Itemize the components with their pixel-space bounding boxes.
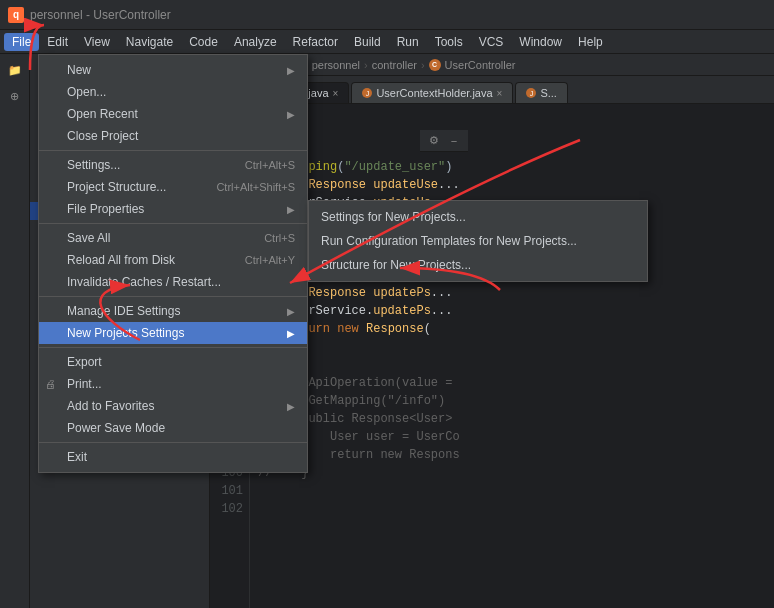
breadcrumb-usercontroller: UserController [445, 59, 516, 71]
file-menu: New ▶ Open... Open Recent ▶ Close Projec… [38, 54, 308, 473]
breadcrumb-class-icon: C [429, 59, 441, 71]
menu-item-label: New Projects Settings [67, 326, 184, 340]
submenu-label: Structure for New Projects... [321, 258, 471, 272]
menu-item-label: Power Save Mode [67, 421, 165, 435]
menu-item-open[interactable]: Open... [39, 81, 307, 103]
new-projects-submenu: Settings for New Projects... Run Configu… [308, 200, 648, 282]
menu-separator [39, 150, 307, 151]
menu-build[interactable]: Build [346, 33, 389, 51]
app-icon: q [8, 7, 24, 23]
submenu-arrow-icon: ▶ [287, 65, 295, 76]
menu-item-project-structure[interactable]: Project Structure... Ctrl+Alt+Shift+S [39, 176, 307, 198]
menu-navigate[interactable]: Navigate [118, 33, 181, 51]
menu-item-label: Open... [67, 85, 106, 99]
title-text: personnel - UserController [30, 8, 171, 22]
project-icon[interactable]: 📁 [3, 58, 27, 82]
menu-item-file-properties[interactable]: File Properties ▶ [39, 198, 307, 220]
menu-vcs[interactable]: VCS [471, 33, 512, 51]
menu-shortcut: Ctrl+Alt+Y [245, 254, 295, 266]
menu-item-save-all[interactable]: Save All Ctrl+S [39, 227, 307, 249]
menu-item-label: Open Recent [67, 107, 138, 121]
menu-item-exit[interactable]: Exit [39, 446, 307, 468]
tab-close-icon[interactable]: × [497, 88, 503, 99]
menu-item-label: Export [67, 355, 102, 369]
menu-bar: File Edit View Navigate Code Analyze Ref… [0, 30, 774, 54]
submenu-label: Run Configuration Templates for New Proj… [321, 234, 577, 248]
tab-s[interactable]: J S... [515, 82, 568, 103]
menu-item-label: Reload All from Disk [67, 253, 175, 267]
menu-item-settings[interactable]: Settings... Ctrl+Alt+S [39, 154, 307, 176]
submenu-arrow-icon: ▶ [287, 328, 295, 339]
menu-run[interactable]: Run [389, 33, 427, 51]
menu-item-label: Manage IDE Settings [67, 304, 180, 318]
submenu-item-run-config[interactable]: Run Configuration Templates for New Proj… [309, 229, 647, 253]
commit-icon[interactable]: ⊕ [3, 84, 27, 108]
tab-close-icon[interactable]: × [333, 88, 339, 99]
menu-item-print[interactable]: 🖨 Print... [39, 373, 307, 395]
menu-item-new[interactable]: New ▶ [39, 59, 307, 81]
menu-item-label: Save All [67, 231, 110, 245]
submenu-item-settings-new[interactable]: Settings for New Projects... [309, 205, 647, 229]
editor-toolbar: ⚙ − [420, 130, 468, 152]
menu-item-power-save[interactable]: Power Save Mode [39, 417, 307, 439]
menu-separator [39, 347, 307, 348]
menu-item-manage-ide[interactable]: Manage IDE Settings ▶ [39, 300, 307, 322]
menu-help[interactable]: Help [570, 33, 611, 51]
menu-item-label: Print... [67, 377, 102, 391]
toolbar-settings-icon[interactable]: ⚙ [426, 133, 442, 149]
menu-item-invalidate[interactable]: Invalidate Caches / Restart... [39, 271, 307, 293]
menu-item-label: Invalidate Caches / Restart... [67, 275, 221, 289]
tab-label: S... [540, 87, 557, 99]
menu-item-label: Close Project [67, 129, 138, 143]
menu-item-open-recent[interactable]: Open Recent ▶ [39, 103, 307, 125]
menu-item-reload[interactable]: Reload All from Disk Ctrl+Alt+Y [39, 249, 307, 271]
menu-item-label: Project Structure... [67, 180, 166, 194]
tab-label: UserContextHolder.java [376, 87, 492, 99]
menu-separator [39, 223, 307, 224]
title-bar-left: q personnel - UserController [8, 7, 171, 23]
menu-item-label: File Properties [67, 202, 144, 216]
menu-refactor[interactable]: Refactor [285, 33, 346, 51]
menu-window[interactable]: Window [511, 33, 570, 51]
submenu-item-structure-new[interactable]: Structure for New Projects... [309, 253, 647, 277]
submenu-label: Settings for New Projects... [321, 210, 466, 224]
menu-separator [39, 296, 307, 297]
java-icon: J [526, 88, 536, 98]
menu-item-add-to-favorites[interactable]: Add to Favorites ▶ [39, 395, 307, 417]
menu-tools[interactable]: Tools [427, 33, 471, 51]
java-icon: J [362, 88, 372, 98]
menu-shortcut: Ctrl+Alt+S [245, 159, 295, 171]
toolbar-minus-icon[interactable]: − [446, 133, 462, 149]
menu-shortcut: Ctrl+Alt+Shift+S [216, 181, 295, 193]
menu-item-label: Exit [67, 450, 87, 464]
menu-code[interactable]: Code [181, 33, 226, 51]
submenu-arrow-icon: ▶ [287, 204, 295, 215]
menu-item-close-project[interactable]: Close Project [39, 125, 307, 147]
breadcrumb-personnel: personnel [312, 59, 360, 71]
menu-view[interactable]: View [76, 33, 118, 51]
menu-file[interactable]: File [4, 33, 39, 51]
breadcrumb-controller: controller [372, 59, 417, 71]
tab-usercontextholder[interactable]: J UserContextHolder.java × [351, 82, 513, 103]
menu-edit[interactable]: Edit [39, 33, 76, 51]
submenu-arrow-icon: ▶ [287, 401, 295, 412]
menu-item-label: New [67, 63, 91, 77]
menu-item-new-projects[interactable]: New Projects Settings ▶ [39, 322, 307, 344]
menu-item-export[interactable]: Export [39, 351, 307, 373]
menu-item-label: Settings... [67, 158, 120, 172]
submenu-arrow-icon: ▶ [287, 306, 295, 317]
sidebar-icons: 📁 ⊕ [0, 54, 30, 608]
menu-separator [39, 442, 307, 443]
submenu-arrow-icon: ▶ [287, 109, 295, 120]
menu-analyze[interactable]: Analyze [226, 33, 285, 51]
title-bar: q personnel - UserController [0, 0, 774, 30]
menu-item-label: Add to Favorites [67, 399, 154, 413]
menu-shortcut: Ctrl+S [264, 232, 295, 244]
print-icon: 🖨 [45, 378, 56, 390]
